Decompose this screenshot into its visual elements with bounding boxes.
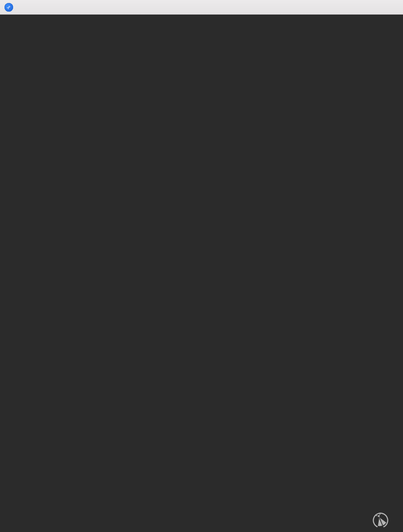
editor-body[interactable] (0, 15, 403, 15)
xnip-scissors-icon: ✂ (4, 3, 13, 12)
seebug-watermark (372, 512, 393, 529)
seebug-bug-icon (372, 512, 389, 529)
xnip-screenshot-window: ✂ (0, 0, 403, 532)
code-editor[interactable] (0, 15, 403, 532)
title-bar: ✂ (0, 0, 403, 15)
